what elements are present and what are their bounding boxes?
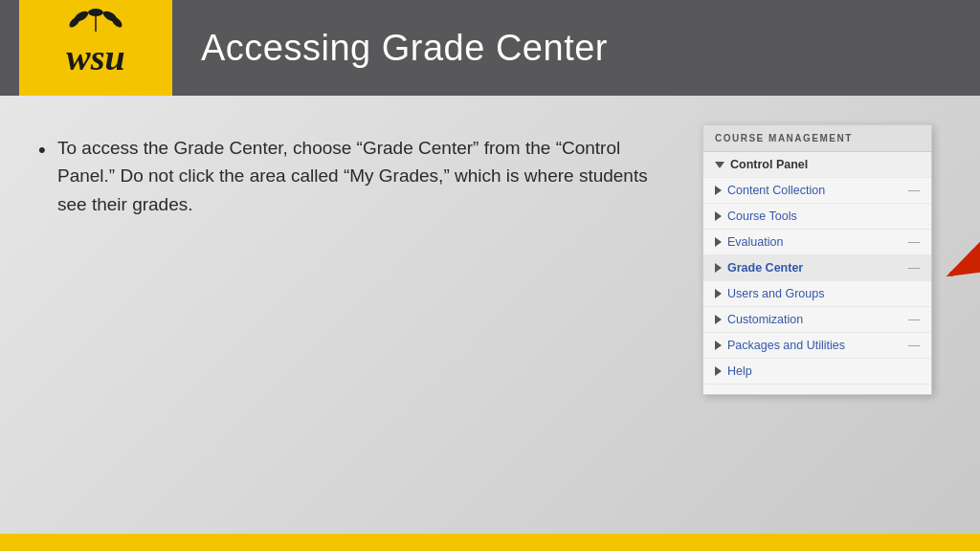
triangle-right-icon (715, 366, 722, 376)
panel-row-label: Grade Center (727, 261, 908, 275)
panel-row-label: Customization (727, 313, 908, 326)
triangle-right-icon (715, 211, 722, 221)
triangle-down-icon (715, 162, 724, 168)
panel-row-course-tools: Course Tools (703, 204, 931, 230)
logo-box: wsu (19, 0, 172, 96)
triangle-right-icon (715, 186, 722, 195)
text-area: To access the Grade Center, choose “Grad… (38, 124, 655, 515)
slide: wsu Accessing Grade Center To access the… (0, 0, 980, 551)
svg-text:wsu: wsu (66, 37, 124, 77)
dash-indicator: — (908, 235, 920, 249)
triangle-right-icon (715, 289, 722, 298)
triangle-right-icon (715, 263, 722, 273)
panel-row-label: Evaluation (727, 235, 908, 249)
course-panel: COURSE MANAGEMENT Control Panel Content … (702, 124, 932, 395)
panel-row-label: Users and Groups (727, 287, 920, 300)
triangle-right-icon (715, 341, 722, 350)
triangle-right-icon (715, 315, 722, 324)
panel-row-evaluation: Evaluation — (703, 230, 931, 255)
footer-bar (0, 534, 980, 551)
panel-row-label: Help (727, 364, 920, 378)
panel-row-control-panel: Control Panel (703, 152, 931, 178)
panel-row-label: Control Panel (730, 158, 920, 171)
panel-row-label: Content Collection (727, 184, 908, 197)
panel-header: COURSE MANAGEMENT (703, 125, 931, 152)
dash-indicator: — (908, 184, 920, 197)
panel-row-content-collection: Content Collection — (703, 178, 931, 204)
dash-indicator: — (908, 339, 920, 352)
content-area: To access the Grade Center, choose “Grad… (0, 96, 980, 534)
panel-row-grade-center: Grade Center — (703, 255, 931, 281)
header: wsu Accessing Grade Center (0, 0, 980, 96)
dash-indicator: — (908, 261, 920, 275)
panel-row-customization: Customization — (703, 307, 931, 333)
panel-row-label: Packages and Utilities (727, 339, 908, 352)
triangle-right-icon (715, 237, 722, 247)
panel-area: COURSE MANAGEMENT Control Panel Content … (693, 124, 942, 515)
panel-row-help: Help (703, 359, 931, 385)
bullet-point: To access the Grade Center, choose “Grad… (38, 134, 655, 218)
panel-row-label: Course Tools (727, 209, 920, 223)
panel-row-packages-utilities: Packages and Utilities — (703, 333, 931, 359)
dash-indicator: — (908, 313, 920, 326)
wheat-icon: wsu (38, 5, 153, 91)
panel-row-users-groups: Users and Groups (703, 281, 931, 307)
slide-title: Accessing Grade Center (201, 28, 608, 69)
